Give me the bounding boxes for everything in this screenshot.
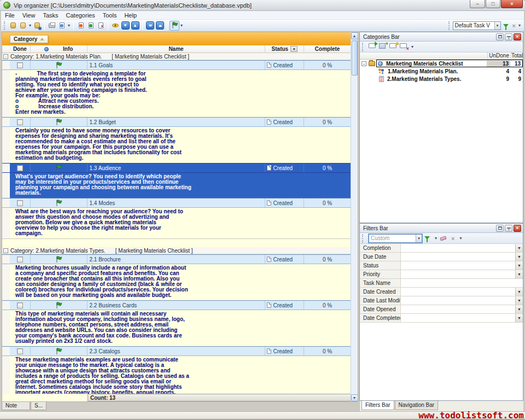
toolbar-grip[interactable] [4,21,6,30]
filter-value-field[interactable] [401,296,515,305]
combo-spin-icon[interactable]: ▾ [494,22,500,30]
delete-category-icon[interactable]: × [400,43,408,50]
collapse-icon[interactable]: - [3,248,8,253]
task-row[interactable]: 1.4 ModesCreated0 % [2,198,351,208]
delete-task-icon[interactable]: × [96,21,106,31]
task-description-row[interactable]: This type of marketing materials will co… [2,310,351,346]
task-name-cell[interactable]: 2.1 Brochure [88,255,266,264]
toolbar-grip[interactable] [362,43,364,51]
total-column-header[interactable]: Total [511,52,523,59]
filter-dropdown-icon[interactable]: ▼ [515,253,523,261]
filter-value-field[interactable] [401,244,515,252]
menu-item-tasks[interactable]: Tasks [39,11,62,19]
menu-item-categories[interactable]: Categories [62,11,99,19]
scrollbar-thumb[interactable] [352,40,358,75]
print-icon[interactable] [47,21,57,31]
filter-dropdown-icon[interactable]: ▼ [515,244,523,252]
category-tree-item[interactable]: 2.Marketing Materials Types.99 [360,75,523,83]
minimize-button[interactable]: – [470,0,485,8]
category-tree-item[interactable]: 1.Marketing Materials Plan.44 [360,67,523,75]
collapse-all-icon[interactable]: ▴▴ [155,21,165,31]
new-category-icon[interactable]: + [379,43,387,50]
column-header-name[interactable]: Name [88,45,266,52]
column-header-info[interactable]: Info [31,45,88,52]
move-up-icon[interactable]: ▲ [130,21,140,31]
task-view-combo[interactable]: Default Task V ▾ [453,21,501,30]
done-checkbox[interactable] [17,200,23,206]
task-row[interactable]: 2.2 Business CardsCreated0 % [2,300,351,310]
panel-pin-icon[interactable] [505,225,512,232]
filter-dropdown-icon[interactable]: ▾ [435,236,437,241]
category-group-row[interactable]: -Category: 1.Marketing Materials Plan.[ … [2,53,351,60]
panel-close-icon[interactable]: × [514,225,521,232]
done-checkbox[interactable] [17,62,23,68]
task-description-row[interactable]: What's your target audience? You need to… [2,173,351,198]
filter-dropdown-icon[interactable]: ▼ [515,305,523,313]
open-database-dropdown-icon[interactable]: ▾ [29,23,31,28]
filter-value-field[interactable] [401,270,515,278]
menu-item-help[interactable]: Help [120,11,141,19]
toolbar-grip[interactable] [362,234,364,243]
print-preview-icon[interactable] [57,21,67,31]
filter-dropdown-icon[interactable]: ▼ [515,261,523,270]
panel-pin-icon[interactable] [505,33,512,40]
task-description-row[interactable]: Certainly you need to have some money re… [2,127,351,163]
filter-dropdown-icon[interactable]: ▼ [515,270,523,278]
filter-value-field[interactable] [401,288,515,296]
clear-filter-icon[interactable]: × [450,235,456,242]
flag-filter-icon[interactable] [170,21,179,31]
filters-toolbar-overflow-icon[interactable]: ▾ [459,236,462,241]
task-row[interactable]: 1.1 GoalsCreated0 % [2,60,351,70]
task-row[interactable]: 2.3 CatalogsCreated0 % [2,346,351,356]
done-checkbox[interactable] [17,348,23,354]
task-name-cell[interactable]: 1.3 Audience [88,164,266,172]
done-checkbox[interactable] [17,302,23,308]
done-checkbox[interactable] [17,165,23,171]
erase-filter-icon[interactable] [440,235,447,242]
menu-item-file[interactable]: File [1,11,19,19]
edit-category-icon[interactable] [389,43,398,50]
combo-spin-icon[interactable]: ▾ [416,235,422,242]
panel-close-icon[interactable]: × [514,33,521,40]
task-description-row[interactable]: What are the best ways for reaching your… [2,208,351,238]
menu-item-view[interactable]: View [19,11,39,19]
maximize-button[interactable]: □ [486,0,500,8]
task-description-row[interactable]: Marketing brochures usually include a ra… [2,264,351,300]
close-button[interactable]: × [501,0,523,8]
collapse-icon[interactable]: - [361,61,366,66]
open-database-icon[interactable] [18,21,28,31]
filter-value-field[interactable] [401,314,515,322]
collapse-icon[interactable]: - [3,54,8,59]
column-header-complete[interactable]: Complete [304,45,351,52]
task-row[interactable]: 2.1 BrochureCreated0 % [2,254,351,264]
categories-toolbar-overflow-icon[interactable]: ▾ [411,44,413,49]
flag-dropdown-icon[interactable]: ▾ [180,23,183,28]
apply-view-filter-icon[interactable] [501,21,511,31]
note-tab[interactable]: S... [31,402,46,410]
category-group-row[interactable]: -Category: 2.Marketing Materials Types.[… [2,247,351,254]
dock-tab-navigation-bar[interactable]: Navigation Bar [395,401,439,410]
filter-value-field[interactable] [401,279,523,287]
task-row[interactable]: 1.2 BudgetCreated0 % [2,117,351,127]
done-checkbox[interactable] [17,119,23,125]
task-name-cell[interactable]: 1.4 Modes [88,199,266,207]
apply-filter-icon[interactable] [424,235,431,242]
menu-item-tools[interactable]: Tools [99,11,121,19]
column-header-done[interactable]: Done [10,45,31,52]
task-name-cell[interactable]: 2.2 Business Cards [88,301,266,310]
done-checkbox[interactable] [17,256,23,262]
clear-view-filter-icon[interactable]: × [511,22,517,29]
task-description-row[interactable]: These marketing materials examples are u… [2,356,351,394]
filter-value-field[interactable] [401,253,515,261]
task-name-cell[interactable]: 1.1 Goals [88,61,266,69]
new-list-icon[interactable] [369,43,377,50]
note-tab[interactable]: Note [2,402,30,410]
filter-value-field[interactable] [401,261,515,270]
print-dropdown-icon[interactable]: ▾ [68,23,70,28]
undone-column-header[interactable]: UnDone [487,52,511,59]
new-task-icon[interactable] [76,21,86,31]
task-row[interactable]: 1.3 AudienceCreated0 % [2,163,351,173]
toolbar-grip[interactable] [448,21,451,30]
expand-all-icon[interactable]: ▾▾ [145,21,155,31]
filter-value-field[interactable] [401,305,515,313]
